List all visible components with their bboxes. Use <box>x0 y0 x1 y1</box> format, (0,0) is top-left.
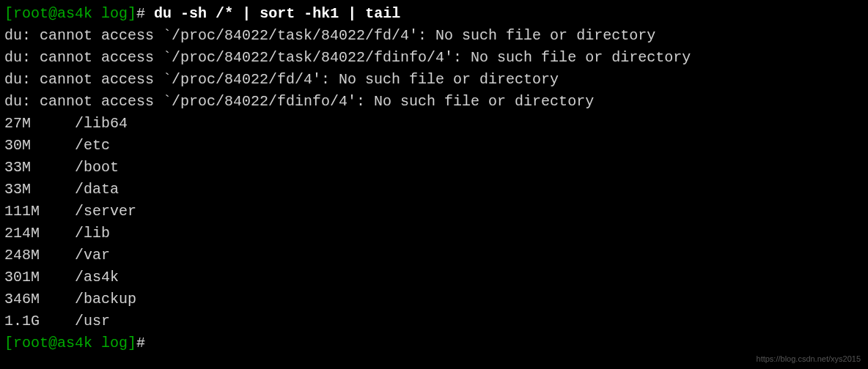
size-col: 346M <box>4 291 40 308</box>
watermark-text: https://blog.csdn.net/xys2015 <box>757 353 861 365</box>
result-line: 30M /etc <box>4 135 864 157</box>
size-col: 33M <box>4 181 31 198</box>
prompt-space <box>92 5 101 22</box>
result-line: 301M /as4k <box>4 266 864 288</box>
prompt-line-2[interactable]: [root@as4k log]# <box>4 332 864 354</box>
size-col: 248M <box>4 247 40 264</box>
path-col: /server <box>75 201 136 223</box>
prompt-line-1: [root@as4k log]# du -sh /* | sort -hk1 |… <box>4 3 864 25</box>
prompt-bracket-close: ] <box>128 5 136 22</box>
path-col: /as4k <box>75 266 119 288</box>
path-col: /lib64 <box>75 113 128 135</box>
error-line: du: cannot access `/proc/84022/fd/4': No… <box>4 69 864 91</box>
result-line: 33M /boot <box>4 157 864 179</box>
terminal-window[interactable]: [root@as4k log]# du -sh /* | sort -hk1 |… <box>4 3 864 354</box>
result-line: 33M /data <box>4 179 864 201</box>
path-col: /etc <box>75 135 110 157</box>
size-col: 33M <box>4 159 31 176</box>
size-col: 30M <box>4 137 31 154</box>
prompt-bracket-open: [ <box>4 335 13 351</box>
error-line: du: cannot access `/proc/84022/fdinfo/4'… <box>4 91 864 113</box>
command-text: du -sh /* | sort -hk1 | tail <box>154 5 400 22</box>
prompt-user-host: root@as4k <box>13 5 92 22</box>
result-line: 248M /var <box>4 245 864 266</box>
result-line: 214M /lib <box>4 223 864 245</box>
path-col: /backup <box>75 288 136 310</box>
result-line: 1.1G /usr <box>4 310 864 332</box>
size-col: 301M <box>4 269 40 286</box>
path-col: /lib <box>75 223 110 245</box>
prompt-hash: # <box>136 5 154 22</box>
prompt-cwd: log <box>101 335 128 351</box>
path-col: /data <box>75 179 119 201</box>
size-col: 111M <box>4 203 40 220</box>
size-col: 214M <box>4 225 40 242</box>
path-col: /usr <box>75 310 110 332</box>
error-line: du: cannot access `/proc/84022/task/8402… <box>4 47 864 69</box>
size-col: 27M <box>4 115 31 132</box>
result-line: 27M /lib64 <box>4 113 864 135</box>
prompt-cwd: log <box>101 5 128 22</box>
size-col: 1.1G <box>4 313 40 329</box>
path-col: /var <box>75 245 110 266</box>
prompt-bracket-close: ] <box>128 335 136 351</box>
path-col: /boot <box>75 157 119 179</box>
result-line: 346M /backup <box>4 288 864 310</box>
prompt-bracket-open: [ <box>4 5 13 22</box>
result-line: 111M /server <box>4 201 864 223</box>
error-line: du: cannot access `/proc/84022/task/8402… <box>4 25 864 47</box>
prompt-hash: # <box>136 335 154 351</box>
prompt-space <box>92 335 101 351</box>
prompt-user-host: root@as4k <box>13 335 92 351</box>
